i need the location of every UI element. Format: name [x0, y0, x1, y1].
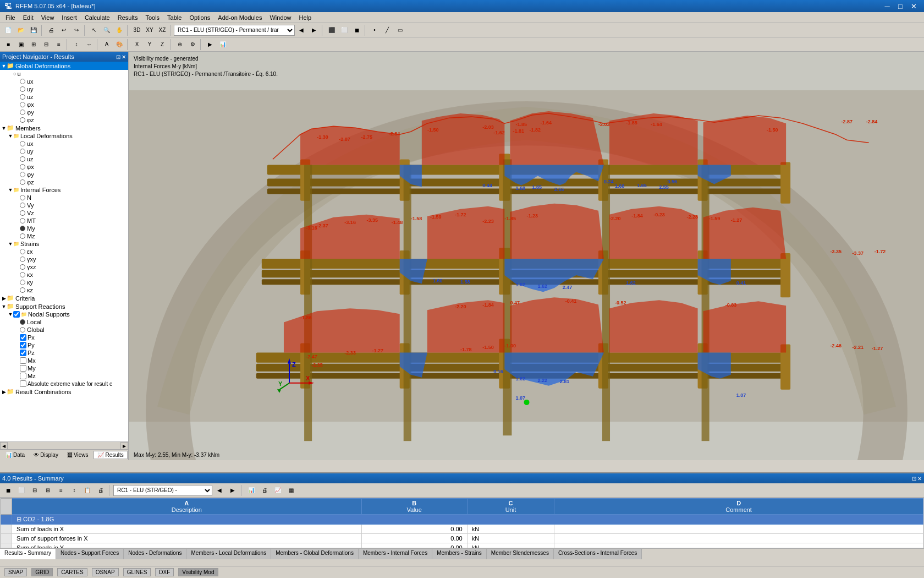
- nav-MT[interactable]: MT: [0, 217, 128, 225]
- prev-result[interactable]: ◀: [213, 484, 226, 497]
- axis-x[interactable]: X: [131, 39, 143, 51]
- my-checkbox[interactable]: [20, 365, 26, 372]
- prev-case[interactable]: ◀: [295, 24, 307, 36]
- load-case-combo[interactable]: RC1 - ELU (STR/GEO) - Permanent / trar: [174, 25, 295, 36]
- menu-edit[interactable]: Edit: [20, 13, 37, 22]
- nav-tab-data[interactable]: 📊 Data: [2, 451, 28, 459]
- pz-checkbox[interactable]: [20, 350, 26, 356]
- new-button[interactable]: 📄: [2, 24, 14, 36]
- next-case[interactable]: ▶: [308, 24, 320, 36]
- minimize-button[interactable]: ─: [881, 2, 893, 10]
- nav-phi-z[interactable]: φz: [0, 116, 128, 124]
- surface-button[interactable]: ▭: [394, 24, 406, 36]
- status-osnap[interactable]: OSNAP: [92, 568, 119, 576]
- menu-view[interactable]: View: [38, 13, 58, 22]
- nav-scroll-right[interactable]: ▶: [120, 442, 128, 450]
- nav-gxz[interactable]: γxz: [0, 263, 128, 271]
- nav-global-deformations[interactable]: ▼ 📁 Global Deformations: [0, 62, 128, 70]
- result-btn-5[interactable]: ≡: [53, 39, 65, 51]
- nav-uy[interactable]: uy: [0, 85, 128, 93]
- menu-addon[interactable]: Add-on Modules: [215, 13, 265, 22]
- view-xy[interactable]: XY: [144, 24, 156, 36]
- nav-ex[interactable]: εx: [0, 248, 128, 255]
- anim-btn[interactable]: ▶: [204, 39, 216, 51]
- view-xz[interactable]: XZ: [156, 24, 168, 36]
- pan-button[interactable]: ✋: [113, 24, 125, 36]
- bottom-panel-close[interactable]: ✕: [917, 476, 922, 482]
- result-btn-7[interactable]: ↔: [83, 39, 95, 51]
- menu-insert[interactable]: Insert: [58, 13, 80, 22]
- menu-tools[interactable]: Tools: [142, 13, 163, 22]
- nav-kx[interactable]: κx: [0, 271, 128, 279]
- nav-local-phi-x[interactable]: φx: [0, 163, 128, 171]
- bt-btn7[interactable]: 📋: [81, 484, 94, 497]
- nav-Vy[interactable]: Vy: [0, 201, 128, 209]
- nav-internal-forces[interactable]: ▼ 📁 Internal Forces: [0, 186, 128, 194]
- nav-phi-y[interactable]: φy: [0, 108, 128, 116]
- py-checkbox[interactable]: [20, 342, 26, 348]
- nav-phi-x[interactable]: φx: [0, 101, 128, 108]
- bt-btn4[interactable]: ⊞: [42, 484, 54, 497]
- menu-help[interactable]: Help: [296, 13, 315, 22]
- tab-members-strains[interactable]: Members - Strains: [432, 549, 487, 559]
- menu-options[interactable]: Options: [186, 13, 213, 22]
- result-btn-2[interactable]: ▣: [15, 39, 27, 51]
- mx-checkbox[interactable]: [20, 357, 26, 364]
- wire-button[interactable]: ⬜: [338, 24, 350, 36]
- nav-My[interactable]: My: [0, 225, 128, 232]
- maximize-button[interactable]: □: [894, 2, 906, 10]
- axis-y[interactable]: Y: [144, 39, 156, 51]
- view-3d[interactable]: 3D: [131, 24, 143, 36]
- nav-undock[interactable]: ⊡: [116, 54, 120, 60]
- print-result[interactable]: 🖨: [258, 484, 271, 497]
- nodal-supports-checkbox[interactable]: [13, 311, 20, 318]
- nav-local-ux[interactable]: ux: [0, 140, 128, 148]
- menu-calculate[interactable]: Calculate: [81, 13, 113, 22]
- menu-results[interactable]: Results: [114, 13, 141, 22]
- axis-z[interactable]: Z: [156, 39, 168, 51]
- next-result[interactable]: ▶: [227, 484, 239, 497]
- nav-tab-views[interactable]: 🖼 Views: [64, 451, 92, 459]
- close-button[interactable]: ✕: [908, 2, 920, 10]
- nav-Vz[interactable]: Vz: [0, 209, 128, 217]
- node-button[interactable]: •: [369, 24, 381, 36]
- menu-window[interactable]: Window: [266, 13, 294, 22]
- tab-member-slendemesses[interactable]: Member Slendemesses: [487, 549, 554, 559]
- nav-global-radio[interactable]: Global: [0, 326, 128, 334]
- line-button[interactable]: ╱: [381, 24, 393, 36]
- absolute-checkbox[interactable]: [20, 380, 26, 387]
- nav-Py[interactable]: Py: [0, 341, 128, 349]
- nav-strains[interactable]: ▼ 📁 Strains: [0, 240, 128, 248]
- nav-My-check[interactable]: My: [0, 364, 128, 372]
- bt-btn1[interactable]: ◼: [2, 484, 14, 497]
- tab-results-summary[interactable]: Results - Summary: [0, 549, 56, 559]
- nav-gxy[interactable]: γxy: [0, 255, 128, 263]
- status-glines[interactable]: GLINES: [123, 568, 151, 576]
- export-btn[interactable]: 📊: [217, 39, 229, 51]
- tab-members-local-deformations[interactable]: Members - Local Deformations: [186, 549, 271, 559]
- filter-btn[interactable]: ⊛: [174, 39, 186, 51]
- status-snap[interactable]: SNAP: [4, 568, 27, 576]
- save-button[interactable]: 💾: [28, 24, 40, 36]
- nav-local-phi-y[interactable]: φy: [0, 171, 128, 178]
- tab-nodes-support-forces[interactable]: Nodes - Support Forces: [56, 549, 124, 559]
- chart-result[interactable]: 📈: [272, 484, 284, 497]
- nav-local-deformations[interactable]: ▼ 📁 Local Deformations: [0, 132, 128, 140]
- nav-Mz-check[interactable]: Mz: [0, 372, 128, 380]
- nav-result-combinations[interactable]: ▶ 📁 Result Combinations: [0, 388, 128, 396]
- nav-Pz[interactable]: Pz: [0, 349, 128, 357]
- export-result[interactable]: 📊: [245, 484, 257, 497]
- nav-nodal-supports[interactable]: ▼ 📁 Nodal Supports: [0, 310, 128, 318]
- nav-criteria[interactable]: ▶ 📁 Criteria: [0, 294, 128, 302]
- nav-uz[interactable]: uz: [0, 93, 128, 101]
- status-cartes[interactable]: CARTES: [57, 568, 87, 576]
- status-dxf[interactable]: DXF: [155, 568, 174, 576]
- bottom-panel-undock[interactable]: ⊡: [912, 476, 916, 482]
- bt-btn8[interactable]: 🖨: [95, 484, 107, 497]
- nav-Mz[interactable]: Mz: [0, 232, 128, 240]
- nav-ky[interactable]: κy: [0, 279, 128, 286]
- nav-Px[interactable]: Px: [0, 334, 128, 341]
- tab-cross-sections-internal-forces[interactable]: Cross-Sections - Internal Forces: [554, 549, 642, 559]
- nav-absolute-extreme[interactable]: Absolute extreme value for result c: [0, 380, 128, 388]
- nav-kz[interactable]: κz: [0, 286, 128, 294]
